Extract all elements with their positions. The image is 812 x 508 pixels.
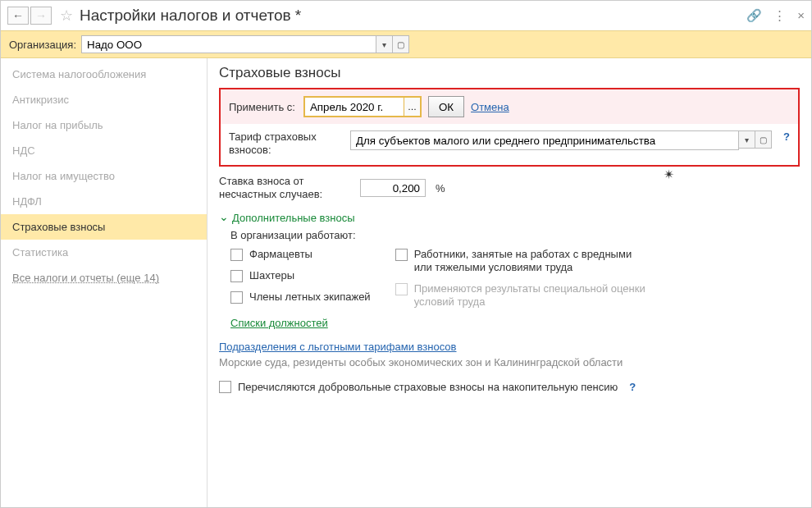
tariff-dropdown-button[interactable]: ▾ bbox=[739, 130, 755, 149]
check-pharmacists[interactable]: Фармацевты bbox=[230, 248, 371, 261]
cancel-link[interactable]: Отмена bbox=[471, 101, 509, 113]
check-hazardous-workers[interactable]: Работники, занятые на работах с вредными… bbox=[395, 248, 650, 274]
job-lists-link[interactable]: Списки должностей bbox=[230, 317, 328, 329]
checkbox[interactable] bbox=[230, 291, 243, 304]
checkbox[interactable] bbox=[230, 249, 243, 261]
tariff-help-icon[interactable]: ? bbox=[783, 130, 790, 143]
apply-date-input[interactable] bbox=[305, 98, 404, 116]
check-flight-crew[interactable]: Члены летных экипажей bbox=[230, 291, 371, 304]
org-open-button[interactable]: ▢ bbox=[393, 35, 409, 53]
checkbox[interactable] bbox=[230, 270, 243, 282]
extra-subtitle: В организации работают: bbox=[230, 229, 800, 241]
rate-input[interactable] bbox=[360, 179, 426, 197]
voluntary-help-icon[interactable]: ? bbox=[629, 381, 636, 393]
sidebar-item-tax-system[interactable]: Система налогообложения bbox=[1, 62, 207, 87]
link-icon[interactable]: 🔗 bbox=[746, 8, 762, 23]
checkbox[interactable] bbox=[395, 249, 408, 261]
sidebar-all-taxes-link[interactable]: Все налоги и отчеты (еще 14) bbox=[1, 265, 207, 291]
sidebar: Система налогообложения Антикризис Налог… bbox=[1, 58, 208, 508]
back-button[interactable]: ← bbox=[7, 7, 29, 25]
info-text: Морские суда, резиденты особых экономиче… bbox=[219, 356, 800, 368]
highlighted-section: Применить с: … ОК Отмена Тариф страховых… bbox=[219, 88, 800, 167]
check-special-assessment: Применяются результаты специальной оценк… bbox=[395, 282, 650, 309]
content-heading: Страховые взносы bbox=[219, 65, 800, 81]
more-icon[interactable]: ⋮ bbox=[773, 8, 786, 23]
sidebar-item-ndfl[interactable]: НДФЛ bbox=[1, 189, 207, 214]
ok-button[interactable]: ОК bbox=[428, 96, 464, 117]
sidebar-item-anticrisis[interactable]: Антикризис bbox=[1, 87, 207, 112]
voluntary-label: Перечисляются добровольные страховые взн… bbox=[238, 381, 618, 393]
sidebar-item-statistics[interactable]: Статистика bbox=[1, 240, 207, 265]
apply-from-label: Применить с: bbox=[229, 101, 295, 113]
favorite-icon[interactable]: ☆ bbox=[60, 7, 73, 25]
checkbox-disabled bbox=[395, 283, 408, 295]
tariff-input[interactable] bbox=[350, 130, 739, 150]
rate-label: Ставка взноса от несчастных случаев: bbox=[219, 175, 350, 201]
rate-unit: % bbox=[436, 182, 445, 195]
page-title: Настройки налогов и отчетов * bbox=[80, 7, 746, 25]
org-input[interactable] bbox=[81, 35, 376, 53]
close-icon[interactable]: × bbox=[797, 8, 805, 23]
divisions-link[interactable]: Подразделения с льготными тарифами взнос… bbox=[219, 341, 457, 353]
org-dropdown-button[interactable]: ▾ bbox=[376, 35, 393, 53]
sidebar-item-insurance[interactable]: Страховые взносы bbox=[1, 214, 207, 240]
check-miners[interactable]: Шахтеры bbox=[230, 269, 371, 282]
tariff-open-button[interactable]: ▢ bbox=[755, 130, 772, 149]
voluntary-checkbox[interactable] bbox=[219, 381, 231, 393]
sidebar-item-profit-tax[interactable]: Налог на прибыль bbox=[1, 112, 207, 138]
extra-contributions-toggle[interactable]: Дополнительные взносы bbox=[219, 211, 800, 224]
sidebar-item-vat[interactable]: НДС bbox=[1, 138, 207, 163]
sidebar-item-property-tax[interactable]: Налог на имущество bbox=[1, 163, 207, 189]
forward-button[interactable]: → bbox=[30, 7, 52, 25]
org-label: Организация: bbox=[9, 39, 76, 51]
tariff-label: Тариф страховых взносов: bbox=[229, 130, 344, 157]
date-picker-button[interactable]: … bbox=[404, 98, 420, 116]
